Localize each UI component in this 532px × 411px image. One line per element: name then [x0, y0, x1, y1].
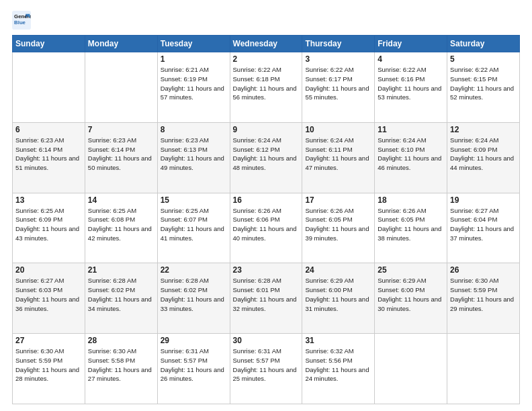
day-info: Sunrise: 6:27 AM Sunset: 6:03 PM Dayligh…	[15, 276, 82, 313]
calendar-day-cell: 23Sunrise: 6:28 AM Sunset: 6:01 PM Dayli…	[230, 263, 302, 334]
day-number: 26	[450, 265, 517, 275]
page: General Blue SundayMondayTuesdayWednesda…	[0, 0, 532, 411]
calendar-day-cell: 21Sunrise: 6:28 AM Sunset: 6:02 PM Dayli…	[85, 263, 157, 334]
calendar-day-cell	[447, 334, 520, 404]
calendar-day-cell: 12Sunrise: 6:24 AM Sunset: 6:09 PM Dayli…	[447, 122, 520, 193]
weekday-header-tuesday: Tuesday	[157, 36, 230, 52]
day-number: 14	[88, 195, 154, 205]
day-info: Sunrise: 6:28 AM Sunset: 6:01 PM Dayligh…	[233, 276, 300, 313]
weekday-header-thursday: Thursday	[302, 36, 375, 52]
day-number: 20	[15, 265, 82, 275]
weekday-header-row: SundayMondayTuesdayWednesdayThursdayFrid…	[13, 36, 520, 52]
day-number: 6	[15, 125, 82, 134]
calendar-day-cell: 8Sunrise: 6:23 AM Sunset: 6:13 PM Daylig…	[157, 122, 230, 193]
logo: General Blue	[12, 11, 34, 30]
day-info: Sunrise: 6:26 AM Sunset: 6:06 PM Dayligh…	[233, 206, 300, 243]
day-number: 22	[161, 265, 227, 275]
calendar-week-row: 13Sunrise: 6:25 AM Sunset: 6:09 PM Dayli…	[13, 193, 520, 263]
calendar-day-cell: 26Sunrise: 6:30 AM Sunset: 5:59 PM Dayli…	[447, 263, 520, 334]
day-number: 7	[88, 125, 154, 134]
day-number: 21	[88, 265, 154, 275]
day-number: 1	[161, 54, 227, 64]
day-number: 2	[233, 54, 300, 64]
svg-text:Blue: Blue	[14, 19, 26, 26]
day-info: Sunrise: 6:25 AM Sunset: 6:07 PM Dayligh…	[161, 206, 227, 243]
day-number: 12	[450, 125, 517, 134]
calendar-day-cell: 27Sunrise: 6:30 AM Sunset: 5:59 PM Dayli…	[13, 334, 85, 404]
calendar-day-cell: 3Sunrise: 6:22 AM Sunset: 6:17 PM Daylig…	[302, 52, 375, 123]
day-number: 23	[233, 265, 300, 275]
day-number: 18	[378, 195, 444, 205]
calendar-day-cell: 31Sunrise: 6:32 AM Sunset: 5:56 PM Dayli…	[302, 334, 375, 404]
day-info: Sunrise: 6:24 AM Sunset: 6:11 PM Dayligh…	[305, 136, 371, 173]
day-number: 3	[305, 54, 371, 64]
day-number: 15	[161, 195, 227, 205]
calendar-day-cell: 16Sunrise: 6:26 AM Sunset: 6:06 PM Dayli…	[230, 193, 302, 263]
day-info: Sunrise: 6:22 AM Sunset: 6:18 PM Dayligh…	[233, 65, 300, 102]
calendar-day-cell: 13Sunrise: 6:25 AM Sunset: 6:09 PM Dayli…	[13, 193, 85, 263]
calendar-day-cell: 11Sunrise: 6:24 AM Sunset: 6:10 PM Dayli…	[375, 122, 447, 193]
day-number: 8	[161, 125, 227, 134]
day-number: 27	[15, 336, 82, 345]
day-info: Sunrise: 6:25 AM Sunset: 6:09 PM Dayligh…	[15, 206, 82, 243]
day-number: 16	[233, 195, 300, 205]
day-number: 25	[378, 265, 444, 275]
calendar-day-cell: 28Sunrise: 6:30 AM Sunset: 5:58 PM Dayli…	[85, 334, 157, 404]
day-number: 17	[305, 195, 371, 205]
day-info: Sunrise: 6:31 AM Sunset: 5:57 PM Dayligh…	[161, 347, 227, 383]
calendar-day-cell: 15Sunrise: 6:25 AM Sunset: 6:07 PM Dayli…	[157, 193, 230, 263]
day-info: Sunrise: 6:21 AM Sunset: 6:19 PM Dayligh…	[161, 65, 227, 102]
calendar-day-cell	[375, 334, 447, 404]
calendar-day-cell: 6Sunrise: 6:23 AM Sunset: 6:14 PM Daylig…	[13, 122, 85, 193]
calendar-day-cell: 18Sunrise: 6:26 AM Sunset: 6:05 PM Dayli…	[375, 193, 447, 263]
day-number: 31	[305, 336, 371, 345]
calendar-day-cell: 20Sunrise: 6:27 AM Sunset: 6:03 PM Dayli…	[13, 263, 85, 334]
calendar-day-cell: 1Sunrise: 6:21 AM Sunset: 6:19 PM Daylig…	[157, 52, 230, 123]
calendar-day-cell	[85, 52, 157, 123]
day-info: Sunrise: 6:29 AM Sunset: 6:00 PM Dayligh…	[378, 276, 444, 313]
calendar-day-cell: 4Sunrise: 6:22 AM Sunset: 6:16 PM Daylig…	[375, 52, 447, 123]
day-info: Sunrise: 6:23 AM Sunset: 6:14 PM Dayligh…	[15, 136, 82, 173]
day-info: Sunrise: 6:30 AM Sunset: 5:59 PM Dayligh…	[15, 347, 82, 383]
day-info: Sunrise: 6:23 AM Sunset: 6:14 PM Dayligh…	[88, 136, 154, 173]
logo-icon: General Blue	[12, 11, 31, 30]
calendar-day-cell: 22Sunrise: 6:28 AM Sunset: 6:02 PM Dayli…	[157, 263, 230, 334]
day-info: Sunrise: 6:26 AM Sunset: 6:05 PM Dayligh…	[378, 206, 444, 243]
calendar-week-row: 1Sunrise: 6:21 AM Sunset: 6:19 PM Daylig…	[13, 52, 520, 123]
day-info: Sunrise: 6:22 AM Sunset: 6:15 PM Dayligh…	[450, 65, 517, 102]
day-info: Sunrise: 6:30 AM Sunset: 5:59 PM Dayligh…	[450, 276, 517, 313]
day-info: Sunrise: 6:31 AM Sunset: 5:57 PM Dayligh…	[233, 347, 300, 383]
calendar-week-row: 20Sunrise: 6:27 AM Sunset: 6:03 PM Dayli…	[13, 263, 520, 334]
calendar-day-cell: 2Sunrise: 6:22 AM Sunset: 6:18 PM Daylig…	[230, 52, 302, 123]
day-info: Sunrise: 6:25 AM Sunset: 6:08 PM Dayligh…	[88, 206, 154, 243]
day-number: 11	[378, 125, 444, 134]
day-info: Sunrise: 6:22 AM Sunset: 6:16 PM Dayligh…	[378, 65, 444, 102]
weekday-header-friday: Friday	[375, 36, 447, 52]
day-number: 24	[305, 265, 371, 275]
day-number: 10	[305, 125, 371, 134]
day-number: 28	[88, 336, 154, 345]
day-info: Sunrise: 6:29 AM Sunset: 6:00 PM Dayligh…	[305, 276, 371, 313]
calendar-week-row: 6Sunrise: 6:23 AM Sunset: 6:14 PM Daylig…	[13, 122, 520, 193]
day-number: 19	[450, 195, 517, 205]
day-info: Sunrise: 6:23 AM Sunset: 6:13 PM Dayligh…	[161, 136, 227, 173]
calendar-day-cell: 10Sunrise: 6:24 AM Sunset: 6:11 PM Dayli…	[302, 122, 375, 193]
day-number: 13	[15, 195, 82, 205]
day-number: 4	[378, 54, 444, 64]
calendar-day-cell: 25Sunrise: 6:29 AM Sunset: 6:00 PM Dayli…	[375, 263, 447, 334]
calendar-day-cell: 9Sunrise: 6:24 AM Sunset: 6:12 PM Daylig…	[230, 122, 302, 193]
day-info: Sunrise: 6:22 AM Sunset: 6:17 PM Dayligh…	[305, 65, 371, 102]
calendar-day-cell: 7Sunrise: 6:23 AM Sunset: 6:14 PM Daylig…	[85, 122, 157, 193]
weekday-header-monday: Monday	[85, 36, 157, 52]
calendar-day-cell: 5Sunrise: 6:22 AM Sunset: 6:15 PM Daylig…	[447, 52, 520, 123]
day-info: Sunrise: 6:24 AM Sunset: 6:10 PM Dayligh…	[378, 136, 444, 173]
calendar-day-cell: 19Sunrise: 6:27 AM Sunset: 6:04 PM Dayli…	[447, 193, 520, 263]
calendar-day-cell: 24Sunrise: 6:29 AM Sunset: 6:00 PM Dayli…	[302, 263, 375, 334]
day-number: 5	[450, 54, 517, 64]
calendar-day-cell: 30Sunrise: 6:31 AM Sunset: 5:57 PM Dayli…	[230, 334, 302, 404]
day-info: Sunrise: 6:28 AM Sunset: 6:02 PM Dayligh…	[161, 276, 227, 313]
weekday-header-saturday: Saturday	[447, 36, 520, 52]
day-number: 30	[233, 336, 300, 345]
calendar-day-cell	[13, 52, 85, 123]
calendar-day-cell: 14Sunrise: 6:25 AM Sunset: 6:08 PM Dayli…	[85, 193, 157, 263]
